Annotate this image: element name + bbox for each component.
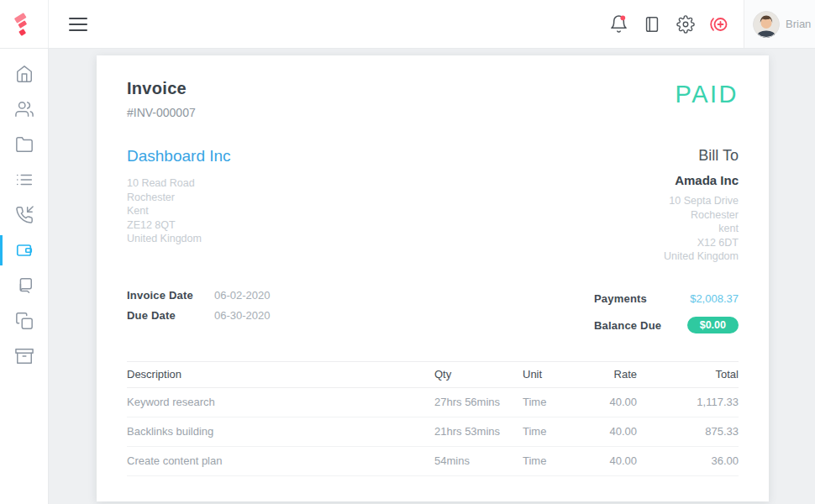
payments-label: Payments: [594, 292, 647, 305]
brand-logo-icon: [10, 10, 39, 39]
balance-due-badge: $0.00: [687, 317, 739, 334]
main-content: Invoice #INV-000007 PAID Dashboard Inc 1…: [49, 49, 815, 504]
menu-toggle-button[interactable]: [66, 14, 91, 34]
billto-address: 10 Septa DriveRochesterkentX12 6DTUnited…: [664, 194, 739, 264]
from-address: 10 Read RoadRochesterKentZE12 8QTUnited …: [127, 176, 231, 246]
sidebar-item-projects[interactable]: [0, 127, 48, 162]
column-header-desc: Description: [127, 368, 434, 381]
cell-desc: Create content plan: [127, 454, 434, 467]
address-line: United Kingdom: [127, 232, 231, 246]
sidebar-item-contacts[interactable]: [0, 92, 48, 127]
invoice-number: #INV-000007: [127, 106, 739, 119]
cell-total: 1,117.33: [637, 396, 739, 408]
invoice-totals: Payments $2,008.37 Balance Due $0.00: [594, 289, 739, 343]
address-line: United Kingdom: [664, 249, 739, 264]
copy-pages-icon: [15, 312, 34, 330]
sidebar-item-chat[interactable]: [0, 268, 48, 303]
sidebar-item-tasks[interactable]: [0, 162, 48, 197]
notifications-bell-icon[interactable]: [607, 13, 629, 35]
cell-qty: 21hrs 53mins: [434, 425, 523, 438]
cell-unit: Time: [523, 396, 578, 408]
chat-icon: [15, 276, 34, 295]
column-header-unit: Unit: [523, 368, 578, 381]
address-line: 10 Read Road: [127, 176, 231, 191]
customer-name: Amada Inc: [664, 173, 739, 187]
page-title: Invoice: [127, 79, 739, 98]
users-icon: [15, 100, 34, 118]
archive-icon: [15, 347, 34, 365]
app-logo[interactable]: [0, 0, 49, 48]
address-line: X12 6DT: [664, 236, 739, 250]
table-row: Create content plan54minsTime40.0036.00: [127, 447, 739, 476]
cell-total: 36.00: [637, 454, 739, 467]
address-line: ZE12 8QT: [127, 218, 231, 233]
invoice-date-label: Invoice Date: [127, 289, 214, 302]
cell-qty: 27hrs 56mins: [434, 396, 523, 408]
topbar: Brian: [0, 0, 815, 49]
sidebar-item-invoices[interactable]: [0, 233, 48, 268]
column-header-total: Total: [637, 368, 739, 381]
cell-rate: 40.00: [578, 396, 637, 408]
cell-total: 875.33: [637, 425, 739, 438]
address-line: Rochester: [664, 208, 739, 223]
address-line: kent: [664, 222, 739, 236]
phone-incoming-icon: [15, 206, 34, 224]
status-badge: PAID: [675, 81, 739, 108]
table-row: Backlinks building21hrs 53minsTime40.008…: [127, 417, 739, 447]
column-header-qty: Qty: [434, 368, 523, 381]
cell-qty: 54mins: [434, 454, 523, 467]
balance-due-label: Balance Due: [594, 319, 661, 332]
cell-unit: Time: [523, 425, 578, 438]
address-line: 10 Septa Drive: [664, 194, 739, 208]
cell-unit: Time: [523, 454, 578, 467]
address-line: Rochester: [127, 191, 231, 205]
folder-icon: [15, 135, 34, 154]
due-date-label: Due Date: [127, 309, 214, 322]
cell-rate: 40.00: [578, 454, 637, 467]
invoice-dates: Invoice Date 06-02-2020 Due Date 06-30-2…: [127, 289, 271, 329]
quick-add-icon[interactable]: [708, 13, 730, 35]
company-name[interactable]: Dashboard Inc: [127, 147, 231, 165]
column-header-rate: Rate: [578, 368, 637, 381]
invoice-table-body: Keyword research27hrs 56minsTime40.001,1…: [127, 388, 739, 476]
home-icon: [15, 65, 34, 83]
sidebar: [0, 49, 49, 504]
table-row: Keyword research27hrs 56minsTime40.001,1…: [127, 388, 739, 417]
bill-to-block: Bill To Amada Inc 10 Septa DriveRocheste…: [664, 147, 739, 264]
sidebar-item-archive[interactable]: [0, 339, 48, 374]
invoice-table-header: DescriptionQtyUnitRateTotal: [127, 361, 739, 388]
company-block: Dashboard Inc 10 Read RoadRochesterKentZ…: [127, 147, 231, 264]
due-date-value: 06-30-2020: [214, 309, 271, 322]
user-menu[interactable]: Brian: [744, 0, 815, 48]
bill-to-label: Bill To: [664, 147, 739, 165]
journal-icon[interactable]: [641, 13, 663, 35]
line-items-table: DescriptionQtyUnitRateTotal Keyword rese…: [127, 361, 739, 476]
sidebar-item-documents[interactable]: [0, 303, 48, 339]
payments-value: $2,008.37: [690, 292, 739, 305]
wallet-icon: [15, 241, 34, 260]
user-name: Brian: [786, 18, 811, 30]
avatar: [753, 11, 780, 38]
sidebar-item-home[interactable]: [0, 56, 48, 92]
settings-gear-icon[interactable]: [675, 13, 697, 35]
invoice-date-value: 06-02-2020: [214, 289, 271, 302]
address-line: Kent: [127, 204, 231, 218]
cell-rate: 40.00: [578, 425, 637, 438]
topbar-actions: [607, 13, 744, 35]
list-icon: [15, 171, 34, 189]
sidebar-item-calls[interactable]: [0, 197, 48, 233]
cell-desc: Keyword research: [127, 396, 434, 408]
cell-desc: Backlinks building: [127, 425, 434, 438]
invoice-card: Invoice #INV-000007 PAID Dashboard Inc 1…: [97, 55, 769, 501]
